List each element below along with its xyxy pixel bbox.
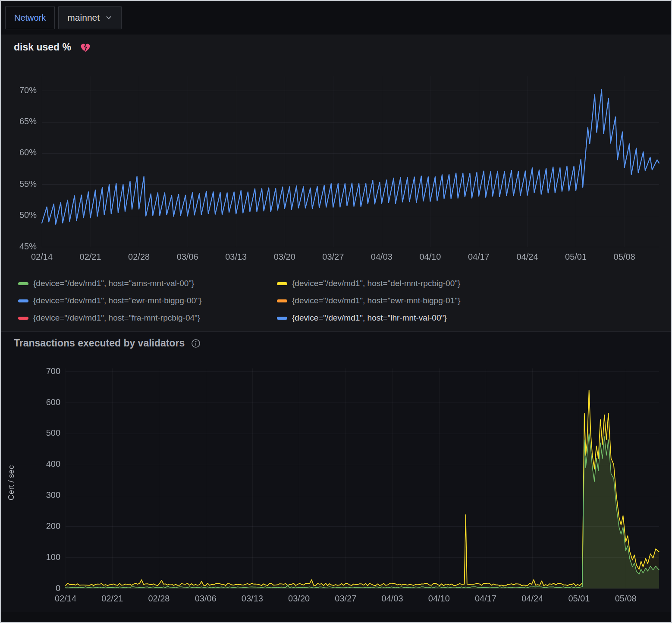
legend-item[interactable]: {device="/dev/md1", host="ams-mnt-val-00… — [18, 279, 277, 288]
series-color-swatch — [277, 282, 287, 285]
series-color-swatch — [18, 317, 28, 320]
disk-used-panel: disk used % {device="/dev/md1", host="am… — [1, 35, 671, 331]
legend-label: {device="/dev/md1", host="ewr-mnt-bigpg-… — [33, 296, 201, 305]
legend-label: {device="/dev/md1", host="ams-mnt-val-00… — [33, 279, 194, 288]
network-variable-label: Network — [5, 6, 55, 29]
transactions-panel-title[interactable]: Transactions executed by validators — [14, 337, 185, 349]
legend-item[interactable]: {device="/dev/md1", host="fra-mnt-rpcbig… — [18, 313, 277, 323]
series-color-swatch — [277, 299, 287, 302]
legend-item[interactable]: {device="/dev/md1", host="ewr-mnt-bigpg-… — [18, 296, 277, 305]
transactions-chart[interactable] — [1, 349, 670, 612]
dashboard: Network mainnet disk used % {device="/de… — [0, 0, 672, 623]
network-label: Network — [14, 13, 46, 23]
legend-label: {device="/dev/md1", host="fra-mnt-rpcbig… — [33, 313, 200, 323]
network-variable-dropdown[interactable]: mainnet — [58, 6, 122, 29]
disk-used-chart[interactable] — [1, 55, 670, 273]
transactions-panel: Transactions executed by validators Cert… — [1, 331, 671, 612]
info-icon[interactable] — [191, 338, 201, 349]
chevron-down-icon — [105, 14, 113, 22]
legend-label: {device="/dev/md1", host="ewr-mnt-bigpg-… — [292, 296, 460, 305]
legend-label: {device="/dev/md1", host="del-mnt-rpcbig… — [292, 279, 460, 288]
variables-bar: Network mainnet — [1, 1, 671, 35]
series-color-swatch — [277, 317, 287, 320]
disk-legend: {device="/dev/md1", host="ams-mnt-val-00… — [1, 273, 671, 331]
series-color-swatch — [18, 282, 28, 285]
series-color-swatch — [18, 299, 28, 302]
legend-item[interactable]: {device="/dev/md1", host="ewr-mnt-bigpg-… — [277, 296, 663, 305]
disk-used-panel-title[interactable]: disk used % — [14, 41, 71, 53]
legend-item[interactable]: {device="/dev/md1", host="del-mnt-rpcbig… — [277, 279, 663, 288]
legend-label: {device="/dev/md1", host="lhr-mnt-val-00… — [292, 313, 447, 323]
broken-heart-icon — [80, 42, 91, 53]
legend-item[interactable]: {device="/dev/md1", host="lhr-mnt-val-00… — [277, 313, 663, 323]
network-selected-value: mainnet — [67, 13, 100, 23]
